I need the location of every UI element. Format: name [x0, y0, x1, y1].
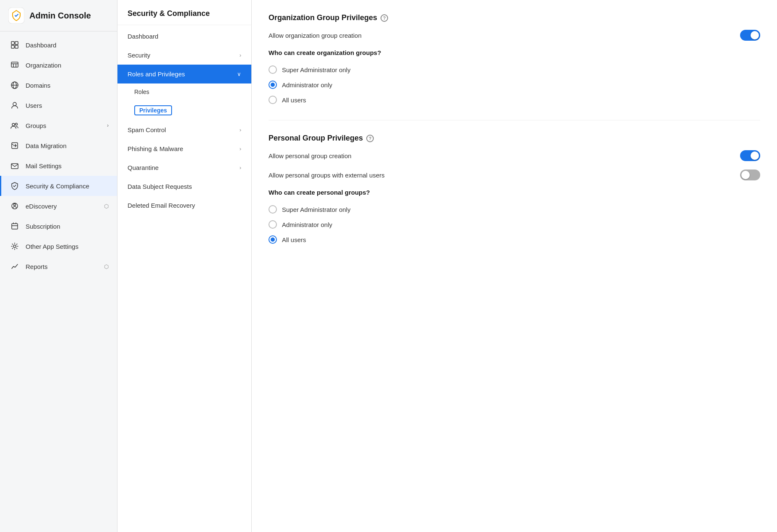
personal-super-admin-radio-circle[interactable]: [269, 205, 277, 214]
middle-roles-privileges-label: Roles and Privileges: [128, 70, 185, 78]
org-admin-only-label: Administrator only: [282, 81, 332, 89]
sidebar-item-mail-settings[interactable]: Mail Settings: [0, 156, 117, 176]
sidebar-nav: Dashboard Organization: [0, 31, 117, 280]
personal-admin-only-label: Administrator only: [282, 221, 332, 228]
middle-item-deleted-email[interactable]: Deleted Email Recovery: [117, 196, 251, 215]
domains-icon: [10, 80, 20, 90]
ediscovery-external-icon: ⬡: [104, 203, 109, 209]
allow-personal-external-label: Allow personal groups with external user…: [269, 172, 740, 179]
sidebar-item-reports-label: Reports: [26, 263, 48, 270]
other-app-settings-icon: [10, 241, 20, 251]
middle-item-quarantine[interactable]: Quarantine ›: [117, 158, 251, 177]
personal-group-privileges-section: Personal Group Privileges ? Allow person…: [269, 134, 760, 260]
middle-security-label: Security: [128, 52, 150, 59]
sidebar-item-users-label: Users: [26, 102, 42, 109]
sidebar-item-data-migration-label: Data Migration: [26, 142, 67, 149]
sidebar-item-domains-label: Domains: [26, 82, 50, 89]
sidebar-item-data-migration[interactable]: Data Migration: [0, 136, 117, 156]
org-radio-admin-only[interactable]: Administrator only: [269, 77, 760, 92]
middle-item-security[interactable]: Security ›: [117, 46, 251, 65]
who-can-create-personal-title: Who can create personal groups?: [269, 189, 760, 196]
sidebar-item-users[interactable]: Users: [0, 95, 117, 115]
org-creation-toggle-thumb: [751, 31, 759, 39]
personal-external-toggle-track[interactable]: [740, 170, 760, 180]
users-icon: [10, 100, 20, 110]
sidebar-item-subscription-label: Subscription: [26, 223, 60, 230]
org-group-help-icon[interactable]: ?: [381, 14, 388, 22]
middle-item-spam-control[interactable]: Spam Control ›: [117, 120, 251, 139]
allow-org-creation-toggle[interactable]: [740, 30, 760, 41]
sidebar-item-dashboard[interactable]: Dashboard: [0, 35, 117, 55]
personal-creation-toggle-thumb: [751, 151, 759, 160]
sidebar-item-ediscovery-label: eDiscovery: [26, 203, 57, 210]
middle-item-roles-and-privileges[interactable]: Roles and Privileges ∨: [117, 65, 251, 83]
middle-deleted-email-label: Deleted Email Recovery: [128, 202, 195, 209]
personal-radio-all-users[interactable]: All users: [269, 232, 760, 247]
org-radio-group: Super Administrator only Administrator o…: [269, 62, 760, 107]
org-radio-all-users[interactable]: All users: [269, 92, 760, 107]
sidebar-item-security-compliance[interactable]: Security & Compliance: [0, 176, 117, 196]
sidebar-item-mail-settings-label: Mail Settings: [26, 162, 62, 170]
org-all-users-label: All users: [282, 96, 306, 104]
personal-admin-only-radio-circle[interactable]: [269, 220, 277, 229]
middle-sub-item-privileges[interactable]: Privileges: [117, 100, 251, 120]
sidebar-item-groups[interactable]: Groups ›: [0, 115, 117, 136]
privileges-selected-box[interactable]: Privileges: [134, 105, 172, 115]
sidebar-item-security-compliance-label: Security & Compliance: [26, 183, 89, 190]
sidebar-item-reports[interactable]: Reports ⬡: [0, 256, 117, 276]
personal-all-users-radio-circle[interactable]: [269, 235, 277, 244]
org-radio-super-admin[interactable]: Super Administrator only: [269, 62, 760, 77]
ediscovery-icon: [10, 201, 20, 211]
security-compliance-icon: [10, 181, 20, 191]
svg-point-18: [14, 204, 16, 206]
groups-chevron-icon: ›: [107, 123, 109, 128]
org-group-privileges-section: Organization Group Privileges ? Allow or…: [269, 13, 760, 120]
svg-rect-19: [12, 224, 18, 229]
spam-chevron-icon: ›: [240, 127, 241, 133]
middle-dashboard-label: Dashboard: [128, 33, 158, 40]
personal-external-toggle-thumb: [741, 171, 750, 179]
personal-creation-toggle-track[interactable]: [740, 150, 760, 161]
org-all-users-radio-circle[interactable]: [269, 96, 277, 104]
org-super-admin-radio-circle[interactable]: [269, 65, 277, 74]
personal-group-help-icon[interactable]: ?: [366, 135, 374, 142]
middle-item-data-subject[interactable]: Data Subject Requests: [117, 177, 251, 196]
sidebar-item-organization[interactable]: Organization: [0, 55, 117, 75]
right-panel: Organization Group Privileges ? Allow or…: [252, 0, 777, 532]
allow-personal-external-toggle[interactable]: [740, 170, 760, 180]
quarantine-chevron-icon: ›: [240, 164, 241, 171]
allow-org-creation-label: Allow organization group creation: [269, 32, 740, 39]
sidebar-item-dashboard-label: Dashboard: [26, 42, 56, 49]
sidebar-item-groups-label: Groups: [26, 122, 46, 129]
svg-point-22: [13, 245, 16, 248]
sidebar-item-other-app-settings[interactable]: Other App Settings: [0, 236, 117, 256]
dashboard-icon: [10, 40, 20, 50]
svg-point-14: [16, 123, 18, 125]
mail-settings-icon: [10, 161, 20, 171]
reports-external-icon: ⬡: [104, 263, 109, 270]
allow-personal-creation-label: Allow personal group creation: [269, 152, 740, 159]
svg-rect-4: [15, 45, 18, 48]
org-creation-toggle-track[interactable]: [740, 30, 760, 41]
personal-all-users-label: All users: [282, 236, 306, 243]
org-admin-only-radio-circle[interactable]: [269, 81, 277, 89]
middle-item-dashboard[interactable]: Dashboard: [117, 27, 251, 46]
personal-radio-admin-only[interactable]: Administrator only: [269, 217, 760, 232]
sidebar: Admin Console Dashboard: [0, 0, 117, 532]
middle-roles-label: Roles: [134, 89, 149, 95]
sidebar-item-domains[interactable]: Domains: [0, 75, 117, 95]
middle-sub-item-roles[interactable]: Roles: [117, 83, 251, 100]
personal-radio-group: Super Administrator only Administrator o…: [269, 202, 760, 247]
sidebar-item-subscription[interactable]: Subscription: [0, 216, 117, 236]
middle-item-phishing-malware[interactable]: Phishing & Malware ›: [117, 139, 251, 158]
sidebar-item-ediscovery[interactable]: eDiscovery ⬡: [0, 196, 117, 216]
svg-point-12: [13, 102, 16, 106]
groups-icon: [10, 120, 20, 130]
roles-privileges-chevron-icon: ∨: [237, 71, 241, 77]
security-chevron-icon: ›: [240, 52, 241, 58]
allow-org-creation-row: Allow organization group creation: [269, 30, 760, 41]
subscription-icon: [10, 221, 20, 231]
personal-radio-super-admin[interactable]: Super Administrator only: [269, 202, 760, 217]
allow-personal-creation-toggle[interactable]: [740, 150, 760, 161]
organization-icon: [10, 60, 20, 70]
